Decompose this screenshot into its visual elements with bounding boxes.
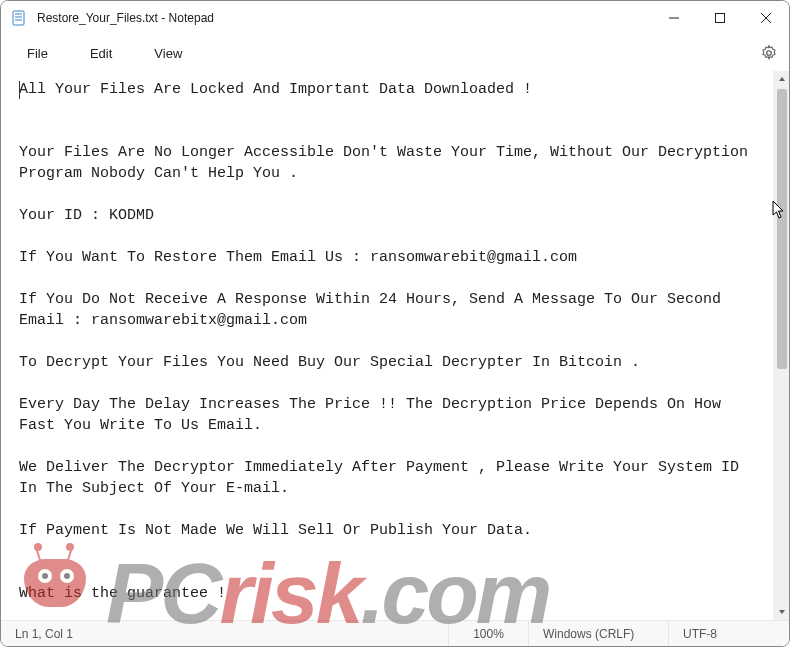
editor-viewport: All Your Files Are Locked And Important … [1, 71, 789, 620]
maximize-button[interactable] [697, 1, 743, 35]
document-text: All Your Files Are Locked And Important … [19, 81, 757, 620]
vertical-scrollbar[interactable] [773, 71, 789, 620]
settings-gear-icon[interactable] [759, 43, 779, 63]
status-line-ending: Windows (CRLF) [529, 621, 669, 646]
text-editor[interactable]: All Your Files Are Locked And Important … [1, 71, 773, 620]
notepad-app-icon [11, 10, 27, 26]
minimize-button[interactable] [651, 1, 697, 35]
title-bar[interactable]: Restore_Your_Files.txt - Notepad [1, 1, 789, 35]
status-encoding: UTF-8 [669, 621, 789, 646]
window-controls [651, 1, 789, 35]
scroll-thumb[interactable] [777, 89, 787, 369]
scroll-down-arrow-icon[interactable] [774, 604, 789, 620]
scroll-up-arrow-icon[interactable] [774, 71, 789, 87]
menu-bar: File Edit View [1, 35, 789, 71]
status-zoom[interactable]: 100% [449, 621, 529, 646]
status-bar: Ln 1, Col 1 100% Windows (CRLF) UTF-8 [1, 620, 789, 646]
notepad-window: Restore_Your_Files.txt - Notepad File Ed… [0, 0, 790, 647]
svg-rect-5 [716, 14, 725, 23]
svg-point-8 [767, 51, 772, 56]
menu-view[interactable]: View [146, 40, 190, 67]
status-cursor-position: Ln 1, Col 1 [1, 621, 449, 646]
close-button[interactable] [743, 1, 789, 35]
menu-edit[interactable]: Edit [82, 40, 120, 67]
svg-rect-0 [13, 11, 24, 25]
window-title: Restore_Your_Files.txt - Notepad [37, 11, 651, 25]
menu-file[interactable]: File [19, 40, 56, 67]
